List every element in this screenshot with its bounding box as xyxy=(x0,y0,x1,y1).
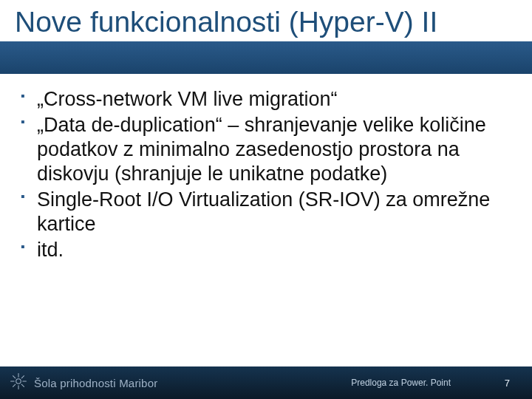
slide: Nove funkcionalnosti (Hyper-V) II „Cross… xyxy=(0,0,532,399)
sun-gear-icon xyxy=(9,372,28,394)
slide-title: Nove funkcionalnosti (Hyper-V) II xyxy=(15,6,517,38)
footer-bar: Šola prihodnosti Maribor Predloga za Pow… xyxy=(0,366,532,399)
footer-template-label: Predloga za Power. Point xyxy=(351,378,451,388)
svg-line-8 xyxy=(21,376,24,378)
bullet-list: „Cross-network VM live migration“ „Data … xyxy=(21,87,511,262)
bullet-item: Single-Root I/O Virtualization (SR-IOV) … xyxy=(21,188,511,236)
svg-line-5 xyxy=(13,376,16,378)
svg-line-6 xyxy=(21,384,24,386)
footer-page-number: 7 xyxy=(505,378,510,389)
footer-logo-group: Šola prihodnosti Maribor xyxy=(0,372,157,394)
bullet-item: „Data de-duplication“ – shranjevanje vel… xyxy=(21,113,511,186)
svg-line-7 xyxy=(13,384,16,386)
footer-brand-text: Šola prihodnosti Maribor xyxy=(34,377,157,389)
title-underline-band xyxy=(0,41,532,74)
title-block: Nove funkcionalnosti (Hyper-V) II xyxy=(0,0,532,41)
bullet-item: itd. xyxy=(21,238,511,262)
bullet-item: „Cross-network VM live migration“ xyxy=(21,87,511,112)
content-area: „Cross-network VM live migration“ „Data … xyxy=(0,74,532,399)
svg-point-0 xyxy=(16,379,21,384)
